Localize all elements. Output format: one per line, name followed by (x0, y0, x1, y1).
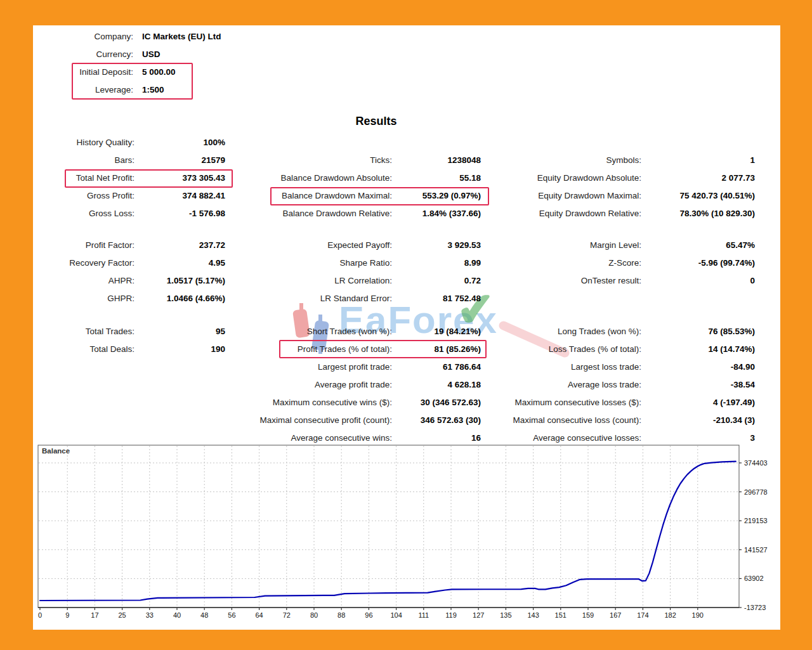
stat-label: Profit Trades (% of total): (225, 344, 392, 354)
svg-text:159: 159 (582, 611, 594, 619)
stat-value: 190 (134, 344, 225, 354)
stat-row: GHPR:1.0466 (4.66%)LR Standard Error:81 … (38, 289, 755, 307)
stat-label: Maximal consecutive loss (count): (481, 415, 641, 425)
stat-label: Largest loss trade: (481, 362, 641, 372)
stat-value: 95 (134, 327, 225, 336)
stat-value: -210.34 (3) (641, 415, 755, 425)
stat-value: 0.72 (392, 276, 481, 285)
stat-value: 14 (14.74%) (641, 344, 755, 354)
stat-label: Margin Level: (481, 240, 641, 250)
stat-value: -1 576.98 (134, 209, 225, 218)
stat-row: Total Trades:95Short Trades (won %):19 (… (38, 322, 755, 340)
svg-text:190: 190 (692, 611, 704, 619)
stat-value: 8.99 (392, 258, 481, 268)
stat-value: 3 (641, 433, 755, 443)
svg-text:64: 64 (255, 611, 263, 619)
stat-label: Equity Drawdown Relative: (481, 209, 641, 218)
stat-row: History Quality:100% (38, 133, 755, 151)
svg-text:174: 174 (637, 611, 648, 619)
balance-chart: 0917253340485664728088961041111191271351… (37, 443, 779, 625)
stat-value: 19 (84.21%) (392, 327, 481, 336)
stat-value: 100% (134, 138, 225, 147)
stat-value: 4 628.18 (392, 380, 481, 389)
svg-text:104: 104 (390, 611, 402, 619)
stat-row: Largest profit trade:61 786.64Largest lo… (38, 358, 755, 375)
svg-text:80: 80 (310, 611, 318, 619)
svg-text:219153: 219153 (744, 517, 768, 524)
stat-row: Maximal consecutive profit (count):346 5… (38, 411, 755, 429)
stat-label: Gross Profit: (38, 191, 134, 200)
stats-block-gap (38, 307, 755, 322)
stat-label: Average loss trade: (481, 380, 641, 389)
stat-label: Expected Payoff: (225, 240, 392, 250)
stat-label: Average consecutive losses: (481, 433, 641, 443)
stat-value: 1.0517 (5.17%) (134, 276, 225, 285)
stat-value: 78.30% (10 829.30) (641, 209, 755, 218)
stat-row: Bars:21579Ticks:1238048Symbols:1 (38, 151, 755, 169)
stat-row: Recovery Factor:4.95Sharpe Ratio:8.99Z-S… (38, 254, 755, 271)
stat-row: Profit Factor:237.72Expected Payoff:3 92… (38, 236, 755, 254)
stat-value: 346 572.63 (30) (392, 415, 481, 425)
svg-text:143: 143 (527, 611, 539, 619)
stat-label: LR Correlation: (225, 276, 392, 285)
stat-label: Maximum consecutive wins ($): (225, 398, 392, 407)
stat-value: 237.72 (134, 240, 225, 250)
account-info-label: Leverage: (38, 85, 133, 94)
account-info: Company:IC Markets (EU) LtdCurrency:USDI… (38, 27, 221, 98)
svg-text:48: 48 (200, 611, 208, 619)
stat-label: Recovery Factor: (38, 258, 134, 268)
stat-label: Profit Factor: (38, 240, 134, 250)
svg-text:296778: 296778 (744, 488, 768, 496)
stat-label: Equity Drawdown Maximal: (481, 191, 641, 200)
stat-row: AHPR:1.0517 (5.17%)LR Correlation:0.72On… (38, 271, 755, 289)
svg-text:88: 88 (337, 611, 345, 619)
account-info-value: 1:500 (142, 85, 164, 94)
stat-label: Largest profit trade: (225, 362, 392, 372)
stat-row: Average profit trade:4 628.18Average los… (38, 375, 755, 393)
account-info-label: Initial Deposit: (38, 67, 133, 77)
stat-label: LR Standard Error: (225, 294, 392, 303)
stat-label: Maximal consecutive profit (count): (225, 415, 392, 425)
stat-label: Sharpe Ratio: (225, 258, 392, 268)
stat-value: 1.0466 (4.66%) (134, 294, 225, 303)
stat-value: -5.96 (99.74%) (641, 258, 755, 268)
svg-text:119: 119 (445, 611, 457, 619)
svg-text:135: 135 (500, 611, 511, 619)
svg-text:56: 56 (228, 611, 235, 619)
stat-label: History Quality: (38, 138, 134, 147)
svg-text:0: 0 (38, 611, 42, 619)
account-info-label: Company: (38, 32, 133, 41)
stat-value: 0 (641, 276, 755, 285)
stat-label: Total Net Profit: (38, 173, 134, 183)
stat-label: Total Trades: (38, 327, 134, 336)
svg-text:33: 33 (146, 611, 154, 619)
stat-value: 75 420.73 (40.51%) (641, 191, 755, 200)
stats-block-gap (38, 222, 755, 236)
account-info-row: Currency:USD (38, 45, 221, 63)
stat-label: Maximum consecutive losses ($): (481, 398, 641, 407)
stat-label: Loss Trades (% of total): (481, 344, 641, 354)
svg-text:141527: 141527 (744, 546, 768, 554)
stat-label: Gross Loss: (38, 209, 134, 218)
stat-value: 1238048 (392, 155, 481, 165)
stat-value: 81 752.48 (392, 294, 481, 303)
stat-label: Balance Drawdown Absolute: (225, 173, 392, 183)
stat-value: 76 (85.53%) (641, 327, 755, 336)
stat-value: 16 (392, 433, 481, 443)
svg-text:374403: 374403 (744, 459, 768, 467)
stat-value: -38.54 (641, 380, 755, 389)
stat-value: 30 (346 572.63) (392, 398, 481, 407)
svg-text:-13723: -13723 (744, 604, 766, 611)
stat-label: Z-Score: (481, 258, 641, 268)
stat-value: 4 (-197.49) (641, 398, 755, 407)
stat-label: Balance Drawdown Maximal: (225, 191, 392, 200)
account-info-value: USD (142, 49, 160, 59)
stat-row: Total Net Profit:373 305.43Balance Drawd… (38, 169, 755, 186)
stat-label: Symbols: (481, 155, 641, 165)
stat-value: 81 (85.26%) (392, 344, 481, 354)
stat-row: Gross Loss:-1 576.98Balance Drawdown Rel… (38, 204, 755, 222)
stat-label: Equity Drawdown Absolute: (481, 173, 641, 183)
account-info-label: Currency: (38, 49, 133, 59)
account-info-value: IC Markets (EU) Ltd (142, 32, 221, 41)
account-info-row: Leverage:1:500 (38, 81, 221, 98)
